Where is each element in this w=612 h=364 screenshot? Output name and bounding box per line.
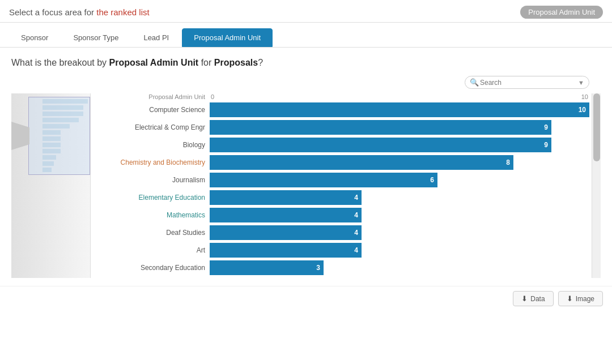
bar-fill: 4 (210, 225, 362, 240)
chart-area: Proposal Admin Unit 0 10 Computer Scienc… (11, 93, 601, 278)
image-button[interactable]: ⬇ Image (558, 291, 603, 306)
bar-label: Biology (96, 141, 210, 149)
bar-fill: 4 (210, 190, 362, 205)
bar-row: Secondary Education 3 (96, 260, 589, 275)
bar-container: 9 (210, 138, 589, 152)
bar-container: 6 (210, 173, 589, 187)
bar-fill: 8 (210, 155, 513, 170)
bar-fill: 9 (210, 120, 551, 135)
bar-row: Electrical & Comp Engr 9 (96, 120, 589, 135)
title-highlight: the ranked list (96, 7, 149, 17)
chart-scrollbar[interactable] (592, 93, 601, 278)
content-area: What is the breakout by Proposal Admin U… (0, 48, 612, 284)
chart-axis-row: Proposal Admin Unit 0 10 (96, 93, 589, 100)
bar-fill: 9 (210, 138, 551, 152)
tab-sponsor[interactable]: Sponsor (9, 28, 60, 47)
bar-row: Journalism 6 (96, 173, 589, 187)
main-chart: Proposal Admin Unit 0 10 Computer Scienc… (91, 93, 589, 278)
top-bar: Select a focus area for the ranked list … (0, 0, 612, 23)
nav-tabs: Sponsor Sponsor Type Lead PI Proposal Ad… (0, 23, 612, 48)
chevron-down-icon[interactable]: ▼ (578, 79, 584, 86)
bar-container: 4 (210, 190, 589, 205)
question-title: What is the breakout by Proposal Admin U… (11, 58, 601, 68)
scrollbar-thumb[interactable] (593, 93, 600, 161)
bar-fill: 4 (210, 208, 362, 222)
bar-fill: 3 (210, 260, 324, 275)
bars-container: Computer Science 10 Electrical & Comp En… (96, 102, 589, 275)
bar-row: Biology 9 (96, 138, 589, 152)
bar-label: Computer Science (96, 106, 210, 114)
bar-fill: 10 (210, 102, 589, 117)
bar-label: Secondary Education (96, 264, 210, 272)
tab-sponsor-type[interactable]: Sponsor Type (61, 28, 130, 47)
bar-container: 4 (210, 243, 589, 258)
search-icon: 🔍 (470, 78, 479, 87)
axis-label: Proposal Admin Unit (96, 93, 210, 100)
bar-container: 3 (210, 260, 589, 275)
bar-label: Elementary Education (96, 194, 210, 202)
bar-container: 10 (210, 102, 589, 117)
bar-container: 8 (210, 155, 589, 170)
tab-lead-pi[interactable]: Lead PI (131, 28, 181, 47)
bar-container: 4 (210, 208, 589, 222)
page-title: Select a focus area for the ranked list (9, 7, 150, 17)
bar-container: 4 (210, 225, 589, 240)
tab-proposal-admin-unit[interactable]: Proposal Admin Unit (182, 28, 273, 47)
bar-row: Chemistry and Biochemistry 8 (96, 155, 589, 170)
bar-label: Deaf Studies (96, 229, 210, 237)
bar-fill: 4 (210, 243, 362, 258)
bar-container: 9 (210, 120, 589, 135)
bar-label: Mathematics (96, 211, 210, 219)
bar-row: Computer Science 10 (96, 102, 589, 117)
data-button[interactable]: ⬇ Data (513, 291, 553, 306)
bottom-toolbar: ⬇ Data ⬇ Image (0, 286, 612, 310)
bar-label: Art (96, 246, 210, 254)
search-row: 🔍 ▼ (11, 76, 601, 89)
bar-label: Chemistry and Biochemistry (96, 159, 210, 166)
chart-thumbnail-panel (11, 93, 91, 278)
bar-row: Art 4 (96, 243, 589, 258)
download-data-icon: ⬇ (521, 294, 528, 303)
search-input[interactable] (480, 79, 576, 87)
axis-numbers: 0 10 (210, 93, 589, 100)
axis-min: 0 (211, 93, 214, 100)
bar-row: Mathematics 4 (96, 208, 589, 222)
axis-max: 10 (581, 93, 588, 100)
search-wrapper: 🔍 ▼ (465, 76, 589, 89)
download-image-icon: ⬇ (567, 294, 573, 303)
bar-row: Deaf Studies 4 (96, 225, 589, 240)
active-tab-badge: Proposal Admin Unit (520, 6, 603, 19)
bar-row: Elementary Education 4 (96, 190, 589, 205)
bar-label: Journalism (96, 176, 210, 184)
bar-label: Electrical & Comp Engr (96, 123, 210, 131)
bar-fill: 6 (210, 173, 437, 187)
